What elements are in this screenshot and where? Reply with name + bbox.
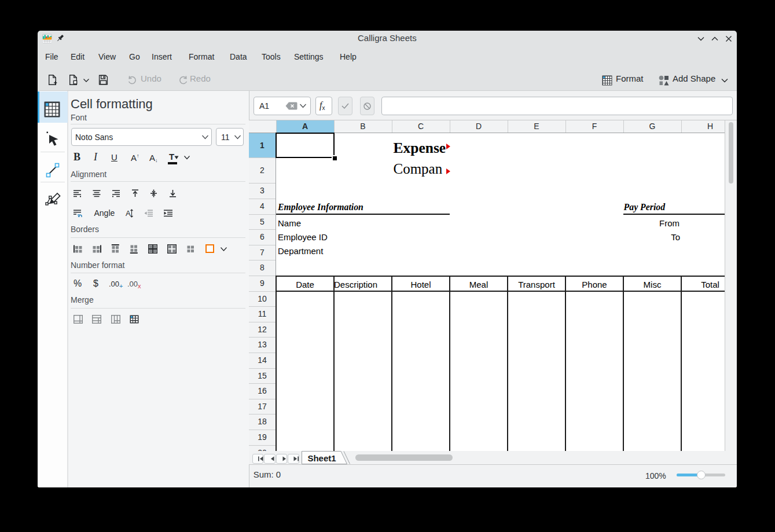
svg-text:A: A [126, 209, 131, 218]
